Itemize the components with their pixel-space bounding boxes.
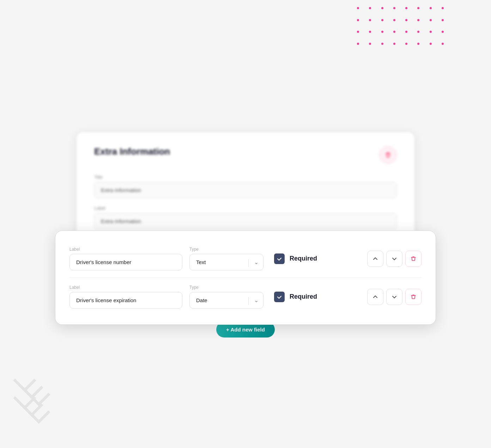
dot-pattern-decoration xyxy=(357,7,449,49)
card-title: Extra Information xyxy=(94,146,170,157)
chevron-pattern-decoration xyxy=(11,376,67,427)
title-field-label: Title xyxy=(94,174,397,180)
row2-required-group: Required xyxy=(274,292,317,302)
row1-move-down-button[interactable] xyxy=(386,251,402,267)
row2-label-text: Label xyxy=(69,285,182,290)
field-row-2: Label Type Text Date Number Email ⌄ xyxy=(69,277,422,312)
row1-required-label: Required xyxy=(290,255,317,262)
row2-type-select[interactable]: Text Date Number Email xyxy=(189,292,263,309)
label-field: Label xyxy=(94,205,397,229)
row2-type-label: Type xyxy=(189,285,263,290)
row2-move-up-button[interactable] xyxy=(367,289,383,305)
row1-label-group: Label xyxy=(69,247,182,270)
row2-label-group: Label xyxy=(69,285,182,309)
row2-required-label: Required xyxy=(290,293,317,300)
row1-label-text: Label xyxy=(69,247,182,252)
trash-icon-2 xyxy=(411,294,416,300)
row1-action-buttons xyxy=(367,251,422,267)
chevron-up-icon xyxy=(372,256,378,262)
trash-icon xyxy=(411,256,416,262)
card-header: Extra Information xyxy=(94,146,397,164)
row1-required-group: Required xyxy=(274,253,317,264)
foreground-card: Label Type Text Date Number Email ⌄ xyxy=(55,231,436,325)
row1-type-label: Type xyxy=(189,247,263,252)
select-divider-2 xyxy=(248,297,249,305)
main-wrapper: Extra Information Title Label Descriptio… xyxy=(51,132,440,316)
row1-move-up-button[interactable] xyxy=(367,251,383,267)
row2-move-down-button[interactable] xyxy=(386,289,402,305)
row1-type-group: Type Text Date Number Email ⌄ xyxy=(189,247,263,270)
row2-required-checkbox[interactable] xyxy=(274,292,285,302)
label-input[interactable] xyxy=(94,213,397,229)
row1-label-input[interactable] xyxy=(69,254,182,270)
row1-delete-button[interactable] xyxy=(405,251,422,267)
title-field: Title xyxy=(94,174,397,198)
row1-required-checkbox[interactable] xyxy=(274,253,285,264)
row2-action-buttons xyxy=(367,289,422,305)
row2-label-input[interactable] xyxy=(69,292,182,309)
card-delete-button[interactable] xyxy=(379,146,397,164)
chevron-down-icon xyxy=(392,256,397,262)
chevron-down-icon-3 xyxy=(392,294,397,300)
label-field-label: Label xyxy=(94,205,397,211)
chevron-up-icon-2 xyxy=(372,294,378,300)
title-input[interactable] xyxy=(94,182,397,198)
row2-type-group: Type Text Date Number Email ⌄ xyxy=(189,285,263,309)
row2-delete-button[interactable] xyxy=(405,289,422,305)
select-divider xyxy=(248,259,249,267)
field-row-1: Label Type Text Date Number Email ⌄ xyxy=(69,243,422,274)
row1-type-select[interactable]: Text Date Number Email xyxy=(189,254,263,270)
